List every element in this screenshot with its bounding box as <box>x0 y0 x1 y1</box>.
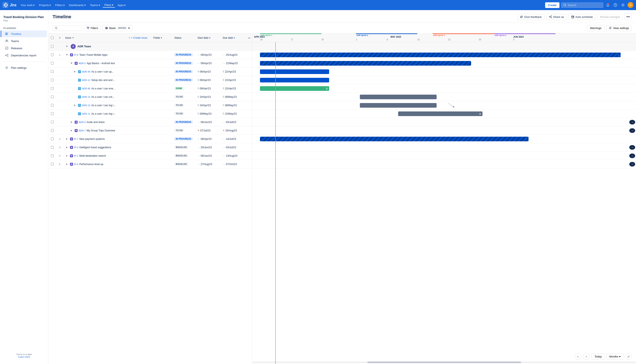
duedate-col-header[interactable]: Due date D <box>221 36 246 39</box>
sidebar-item-releases[interactable]: Releases <box>1 45 47 52</box>
create-button[interactable]: Create <box>545 2 560 8</box>
collapse-button[interactable] <box>65 162 69 166</box>
issue-key-link[interactable]: ADR-6 <box>79 121 86 124</box>
nav-item-teams[interactable]: Teams ▾ <box>88 3 102 8</box>
issue-key-link[interactable]: ADR-5 <box>79 62 86 64</box>
gantt-bar-adr44[interactable] <box>260 70 329 74</box>
expand-button[interactable]: ⤢ <box>625 353 632 360</box>
learn-more-link[interactable]: Learn more <box>18 356 30 358</box>
gantt-bar-ip5-arrow[interactable]: → <box>629 145 635 150</box>
sidebar-item-dependencies[interactable]: Dependencies report <box>1 52 47 59</box>
create-issue-button[interactable]: + + Create issue <box>127 36 149 40</box>
review-changes-button[interactable]: Review changes <box>597 14 623 20</box>
next-button[interactable]: › <box>583 353 590 360</box>
gantt-row[interactable]: → <box>252 152 636 160</box>
gantt-row[interactable] <box>252 68 636 76</box>
select-all-checkbox[interactable] <box>48 36 56 39</box>
nav-item-projects[interactable]: Projects ▾ <box>37 3 52 8</box>
gantt-row[interactable]: → <box>252 160 636 168</box>
gantt-bar-ip8[interactable]: → <box>260 52 621 57</box>
gantt-scrollbar[interactable] <box>252 362 636 363</box>
months-dropdown[interactable]: Months ▾ <box>606 354 624 360</box>
search-box[interactable] <box>561 2 603 8</box>
settings-icon[interactable] <box>620 2 626 8</box>
collapse-button[interactable] <box>70 61 74 66</box>
issue-col-header[interactable]: Issue ▾ <box>64 36 124 39</box>
sidebar-item-plan-settings[interactable]: Plan settings <box>1 64 47 71</box>
gantt-bar-adr11[interactable]: ⛓ <box>398 112 482 116</box>
help-icon[interactable]: ? <box>612 2 618 8</box>
gantt-bar-ip3-arrow[interactable]: → <box>629 154 635 158</box>
filters-button[interactable]: Filters <box>84 25 101 31</box>
issue-key-link[interactable]: IP-5 <box>74 146 78 149</box>
issue-key-link[interactable]: ADR-14 <box>82 96 90 98</box>
collapse-button[interactable] <box>70 128 74 133</box>
gantt-bar-adr45[interactable]: ⛓ <box>260 86 329 91</box>
auto-schedule-button[interactable]: Auto-schedule <box>568 14 596 20</box>
collapse-button[interactable] <box>65 53 69 57</box>
more-icon: ••• <box>626 15 630 19</box>
nav-item-filters[interactable]: Filters ▾ <box>54 3 66 8</box>
gantt-bar-adr5[interactable] <box>260 61 471 66</box>
basic-button[interactable]: Basic EDITED ▾ <box>102 25 132 31</box>
collapse-button[interactable] <box>73 103 77 108</box>
share-as-button[interactable]: Share as <box>546 14 567 20</box>
today-button[interactable]: Today <box>592 354 605 360</box>
collapse-button[interactable] <box>65 145 69 150</box>
search-input[interactable] <box>568 4 597 7</box>
gantt-row[interactable] <box>252 93 636 101</box>
issue-key-link[interactable]: IP-3 <box>74 154 78 157</box>
gantt-row[interactable]: ⛓ <box>252 84 636 93</box>
issue-key-link[interactable]: ADR-12 <box>82 79 90 82</box>
collapse-button[interactable] <box>73 70 77 74</box>
issue-key-link[interactable]: IP-8 <box>74 54 78 56</box>
give-feedback-button[interactable]: Give feedback <box>518 14 544 20</box>
collapse-button[interactable] <box>65 137 69 141</box>
issue-key-link[interactable]: ADR-13 <box>82 104 90 106</box>
gantt-bar-ip6-arrow[interactable]: → <box>629 162 635 166</box>
search-field[interactable] <box>52 26 82 31</box>
search-input[interactable] <box>59 27 80 30</box>
nav-item-dashboards[interactable]: Dashboards ▾ <box>67 3 88 8</box>
more-actions-button[interactable]: ••• <box>624 14 632 20</box>
gantt-bar-adr6-arrow[interactable]: → <box>629 120 635 124</box>
prev-button[interactable]: ‹ <box>574 353 581 360</box>
issue-key-link[interactable]: IP-6 <box>74 163 78 166</box>
collapse-button[interactable] <box>70 120 74 124</box>
startdate-col-header[interactable]: Start date D <box>196 36 221 39</box>
gantt-row[interactable] <box>252 76 636 84</box>
collapse-button[interactable] <box>65 154 69 158</box>
gantt-bar-ip7[interactable]: → <box>260 137 528 141</box>
issue-key-link[interactable]: ADR-7 <box>79 129 86 132</box>
expand-collapse-col[interactable]: ⇔ <box>246 36 252 40</box>
gantt-row[interactable]: → <box>252 126 636 135</box>
gantt-row[interactable]: → <box>252 118 636 126</box>
gantt-bar-adr14[interactable] <box>360 95 436 99</box>
gantt-row[interactable] <box>252 101 636 110</box>
nav-item-plans[interactable]: Plans ▾ <box>103 2 115 8</box>
gantt-row[interactable]: ⛓ <box>252 110 636 118</box>
notifications-icon[interactable] <box>605 2 611 8</box>
fields-col-header[interactable]: Fields ▾ <box>152 36 173 39</box>
gantt-row[interactable]: → <box>252 143 636 152</box>
collapse-button[interactable] <box>65 44 69 48</box>
gantt-bar-adr7-arrow[interactable]: → <box>629 128 635 133</box>
nav-item-apps[interactable]: Apps ▾ <box>116 3 128 8</box>
issue-key-link[interactable]: ADR-45 <box>82 87 90 90</box>
issue-key-link[interactable]: IP-7 <box>74 138 78 140</box>
sidebar-project-name[interactable]: Travel Booking Division Plan <box>3 15 45 19</box>
avatar[interactable]: U <box>628 2 634 8</box>
gantt-row[interactable]: → <box>252 51 636 59</box>
gantt-bar-adr13[interactable] <box>360 103 436 108</box>
issue-key-link[interactable]: ADR-44 <box>82 70 90 73</box>
sidebar-item-timeline[interactable]: Timeline <box>1 30 47 37</box>
gantt-bar-adr12[interactable] <box>260 78 329 82</box>
warnings-button[interactable]: Warnings <box>587 25 604 31</box>
logo[interactable]: Jira <box>2 2 16 8</box>
gantt-row[interactable] <box>252 59 636 68</box>
issue-key-link[interactable]: ADR-11 <box>82 112 90 115</box>
gantt-row[interactable]: → <box>252 135 636 143</box>
nav-item-your-work[interactable]: Your work ▾ <box>19 3 36 8</box>
view-settings-button[interactable]: View settings <box>606 25 632 31</box>
sidebar-item-teams[interactable]: Teams <box>1 38 47 44</box>
